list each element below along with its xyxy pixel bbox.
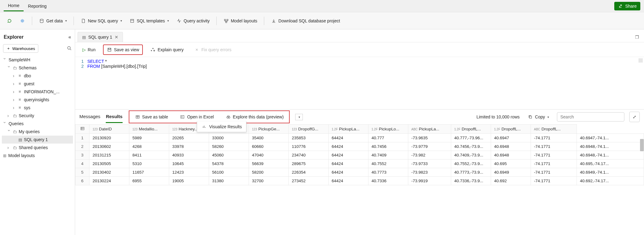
cell[interactable]: 64424 <box>329 177 368 185</box>
tree-schema-queryinsights[interactable]: ᢂqueryinsights <box>2 96 73 104</box>
table-row[interactable]: 6201302246955190053138032700273452644244… <box>75 177 644 185</box>
cell[interactable]: 20131215 <box>90 151 129 160</box>
cell[interactable]: 235853 <box>289 134 329 142</box>
cell[interactable]: -73.9823 <box>408 168 451 177</box>
column-header[interactable]: 1.2FDropoffL... <box>451 125 491 134</box>
cell[interactable]: -73.9635 <box>408 134 451 142</box>
minimap[interactable] <box>638 58 643 63</box>
cell[interactable]: 5989 <box>129 134 169 142</box>
cell[interactable]: 20130920 <box>90 134 129 142</box>
model-layouts-button[interactable]: Model layouts <box>221 16 260 25</box>
query-tab[interactable]: ▤ SQL query 1 ✕ <box>78 32 123 42</box>
table-row[interactable]: 3201312158411409334506047040234740644244… <box>75 151 644 160</box>
cell[interactable]: 40.7409,-73.9... <box>451 151 491 160</box>
cell[interactable]: 54378 <box>209 160 249 168</box>
tab-reporting[interactable]: Reporting <box>24 1 51 11</box>
cell[interactable]: 47040 <box>249 151 289 160</box>
cell[interactable]: 4268 <box>129 142 169 151</box>
tree-schema-guest[interactable]: ᢂguest <box>2 80 73 88</box>
cell[interactable]: 32700 <box>249 177 289 185</box>
tab-overflow-icon[interactable]: ❐ <box>633 32 642 42</box>
cell[interactable]: 20130602 <box>90 142 129 151</box>
tree-my-queries[interactable]: 🗀My queries <box>2 128 73 136</box>
new-sql-button[interactable]: New SQL query▾ <box>78 16 124 25</box>
cell[interactable]: -73.9733 <box>408 160 451 168</box>
download-project-button[interactable]: Download SQL database project <box>269 16 342 25</box>
cell[interactable]: 64424 <box>329 142 368 151</box>
cell[interactable]: 226354 <box>289 168 329 177</box>
results-search-input[interactable] <box>557 112 624 121</box>
table-row[interactable]: 1201309205989202653300035400235853644244… <box>75 134 644 142</box>
table-row[interactable]: 4201305055310106455437856639289675644244… <box>75 160 644 168</box>
cell[interactable]: 64424 <box>329 134 368 142</box>
cell[interactable]: -73.982 <box>408 151 451 160</box>
sql-editor[interactable]: 1SELECT * 2FROM [SampleWH].[dbo].[Trip] <box>75 57 644 109</box>
row-header-corner[interactable] <box>75 125 90 134</box>
column-header[interactable]: 123PickupGe... <box>249 125 289 134</box>
cell[interactable]: 40.6947,-74.1... <box>577 134 644 142</box>
cell[interactable]: -73.9779 <box>408 142 451 151</box>
query-activity-button[interactable]: Query activity <box>174 16 212 25</box>
tree-schemas[interactable]: 🗀Schemas <box>2 64 73 72</box>
sql-templates-button[interactable]: SQL templates▾ <box>127 16 171 25</box>
cell[interactable]: 58200 <box>249 168 289 177</box>
cell[interactable]: 40.7552 <box>368 160 408 168</box>
column-header[interactable]: 123DropoffG... <box>289 125 329 134</box>
tab-messages[interactable]: Messages <box>79 111 100 123</box>
cell[interactable]: 40.6948 <box>491 151 531 160</box>
cell[interactable]: -74.1771 <box>531 160 577 168</box>
cell[interactable]: -74.1771 <box>531 151 577 160</box>
cell[interactable]: 12423 <box>169 168 209 177</box>
tree-warehouse[interactable]: SampleWH <box>2 56 73 64</box>
cell[interactable]: 40.7336,-73.9... <box>451 177 491 185</box>
cell[interactable]: 40.695,-74.17... <box>577 160 644 168</box>
cell[interactable]: -74.1771 <box>531 177 577 185</box>
cell[interactable]: 64424 <box>329 160 368 168</box>
tree-queries[interactable]: Queries <box>2 120 73 128</box>
cell[interactable]: 64424 <box>329 168 368 177</box>
open-in-excel-button[interactable]: Open in Excel <box>177 112 217 121</box>
cell[interactable]: 6955 <box>129 177 169 185</box>
cell[interactable]: 40.6948,-74.1... <box>577 142 644 151</box>
cell[interactable]: 289675 <box>289 160 329 168</box>
scrollbar-thumb[interactable] <box>640 139 644 151</box>
column-header[interactable]: ABCDropoffL... <box>531 125 577 134</box>
search-icon[interactable] <box>67 46 72 52</box>
cell[interactable]: 40.777,-73.96... <box>451 134 491 142</box>
column-header[interactable]: ABCPickupLa... <box>408 125 451 134</box>
tree-model-layouts[interactable]: ⊞Model layouts <box>2 152 73 160</box>
cell[interactable]: 64424 <box>329 151 368 160</box>
tree-schema-dbo[interactable]: ᢂdbo <box>2 72 73 80</box>
cell[interactable]: 40.7409 <box>368 151 408 160</box>
cell[interactable]: 20265 <box>169 134 209 142</box>
cell[interactable]: 40.6949 <box>491 168 531 177</box>
cell[interactable]: -74.1771 <box>531 168 577 177</box>
column-header[interactable]: 123DateID <box>90 125 129 134</box>
save-as-table-button[interactable]: Save as table <box>132 112 171 121</box>
cell[interactable]: 45060 <box>209 151 249 160</box>
cell[interactable]: -73.9919 <box>408 177 451 185</box>
cell[interactable]: -74.1771 <box>531 134 577 142</box>
cell[interactable]: -74.1771 <box>531 142 577 151</box>
cell[interactable]: 20130402 <box>90 168 129 177</box>
cell[interactable]: 58260 <box>209 142 249 151</box>
column-header[interactable]: 1.2FDropoffL... <box>491 125 531 134</box>
cell[interactable]: 60660 <box>249 142 289 151</box>
table-row[interactable]: 5201304021165712423561005820022635464424… <box>75 168 644 177</box>
cell[interactable]: 40.7456,-73.9... <box>451 142 491 151</box>
cell[interactable]: 56100 <box>209 168 249 177</box>
column-header[interactable]: 1.2FPickupLo... <box>368 125 408 134</box>
tree-security[interactable]: 🗀Security <box>2 112 73 120</box>
cell[interactable]: 40.6948,-74.1... <box>577 151 644 160</box>
tree-schema-sys[interactable]: ᢂsys <box>2 104 73 112</box>
cell[interactable]: 5310 <box>129 160 169 168</box>
visualize-results-menu[interactable]: Visualize Results <box>197 121 246 132</box>
cell[interactable]: 31380 <box>209 177 249 185</box>
cell[interactable]: 33000 <box>209 134 249 142</box>
cell[interactable]: 40.6947 <box>491 134 531 142</box>
results-grid[interactable]: 123DateID123Medallio...123Hackney...123P… <box>75 124 644 185</box>
cell[interactable]: 40.695 <box>491 160 531 168</box>
cell[interactable]: 110776 <box>289 142 329 151</box>
cell[interactable]: 273452 <box>289 177 329 185</box>
table-row[interactable]: 2201306024268339785826060660110776644244… <box>75 142 644 151</box>
